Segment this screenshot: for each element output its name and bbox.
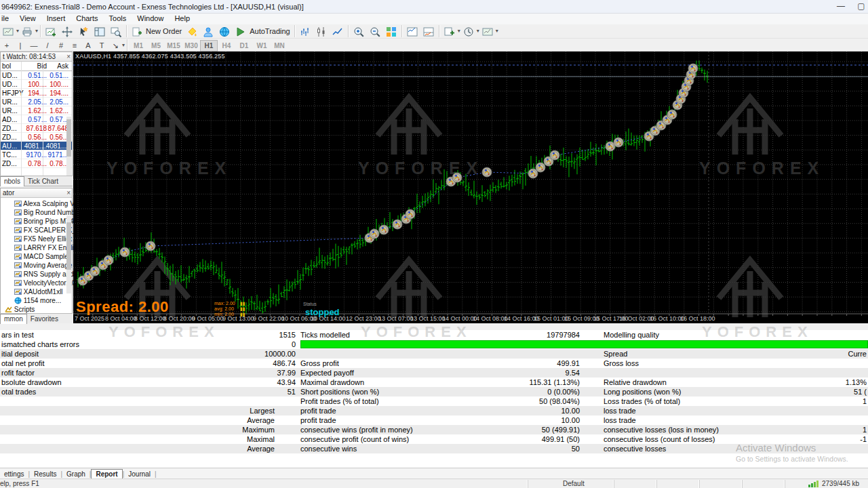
vertical-line-tool[interactable]: | bbox=[14, 40, 26, 52]
trade-marker[interactable] bbox=[104, 256, 113, 265]
navigator-tab-mmon[interactable]: mmon bbox=[0, 314, 27, 324]
period-button[interactable] bbox=[461, 24, 476, 38]
column-ask[interactable]: Ask bbox=[43, 62, 68, 70]
tester-tab-graph[interactable]: Graph bbox=[62, 470, 90, 479]
new-order-button-label[interactable]: New Order bbox=[145, 24, 184, 38]
menu-item-charts[interactable]: Charts bbox=[71, 14, 103, 24]
market-watch-tab-nbols[interactable]: nbols bbox=[0, 176, 24, 186]
status-profile[interactable]: Default bbox=[563, 480, 585, 487]
minimize-button[interactable]: — bbox=[831, 0, 851, 14]
arrows-tool[interactable]: ↘ bbox=[109, 40, 121, 52]
timeframe-h4[interactable]: H4 bbox=[218, 41, 235, 52]
trade-marker[interactable] bbox=[614, 138, 623, 147]
tester-tab-results[interactable]: Results bbox=[30, 470, 60, 479]
timeframe-d1[interactable]: D1 bbox=[235, 41, 253, 52]
add-indicator-button[interactable] bbox=[442, 24, 457, 38]
crosshair-button[interactable] bbox=[60, 24, 75, 38]
trade-marker[interactable] bbox=[370, 229, 379, 239]
styles-button[interactable] bbox=[184, 24, 199, 38]
scrollbar[interactable] bbox=[66, 117, 71, 181]
market-watch-row[interactable]: AD...0.57...0.57... bbox=[1, 115, 72, 124]
print-button-dropdown[interactable]: ▾ bbox=[35, 24, 38, 38]
navigator-item[interactable]: Alexa Scalping V3 bbox=[1, 199, 72, 208]
menu-item-help[interactable]: Help bbox=[169, 14, 195, 24]
menu-item-ile[interactable]: ile bbox=[0, 14, 14, 24]
trade-marker[interactable] bbox=[452, 173, 462, 182]
scrollbar-thumb[interactable] bbox=[66, 119, 71, 157]
trade-marker[interactable] bbox=[482, 167, 492, 177]
candlestick-chart-button[interactable] bbox=[314, 24, 329, 38]
chart-profile-button-dropdown[interactable]: ▾ bbox=[16, 24, 19, 38]
timeframe-m5[interactable]: M5 bbox=[147, 41, 165, 52]
navigator-item[interactable]: LARRY FX English bbox=[1, 243, 72, 252]
navigator-item[interactable]: Boring Pips MT4_ bbox=[1, 217, 72, 226]
scrollbar-thumb[interactable] bbox=[66, 222, 71, 270]
trendline-tool[interactable]: / bbox=[41, 40, 54, 52]
cursor-button[interactable] bbox=[76, 24, 91, 38]
horizontal-line-tool[interactable]: — bbox=[28, 40, 40, 52]
market-watch-row[interactable]: HFJPY194....194.... bbox=[1, 89, 72, 98]
market-watch-row[interactable]: UD...100....100.... bbox=[1, 80, 72, 89]
timeframe-w1[interactable]: W1 bbox=[253, 41, 271, 52]
period-button-dropdown[interactable]: ▾ bbox=[477, 24, 479, 38]
zoom-in-button[interactable] bbox=[351, 24, 366, 38]
channel-tool[interactable]: # bbox=[55, 40, 67, 52]
trade-marker[interactable] bbox=[379, 225, 389, 235]
template-button-dropdown[interactable]: ▾ bbox=[496, 24, 498, 38]
trade-marker[interactable] bbox=[146, 241, 155, 251]
trade-marker[interactable] bbox=[550, 150, 559, 160]
indicator-window-button[interactable] bbox=[405, 24, 420, 38]
autotrading-button-label[interactable]: AutoTrading bbox=[249, 24, 292, 38]
navigator-item[interactable]: Big Round Numb bbox=[1, 208, 72, 217]
news-button[interactable] bbox=[217, 24, 232, 38]
market-watch-row[interactable]: ZD...0.56...0.56... bbox=[1, 133, 72, 142]
print-button[interactable] bbox=[20, 24, 35, 38]
crosshair-tool[interactable]: + bbox=[1, 40, 13, 52]
new-chart-button[interactable] bbox=[43, 24, 58, 38]
navigator-item[interactable]: VelocityVector2.0 bbox=[1, 279, 72, 287]
indicator-window-alt-button[interactable] bbox=[421, 24, 436, 38]
bar-chart-button[interactable] bbox=[298, 24, 313, 38]
trade-marker[interactable] bbox=[688, 64, 698, 73]
market-watch-row[interactable]: AU...4081....4081.... bbox=[1, 142, 72, 150]
scrollbar[interactable] bbox=[66, 216, 71, 293]
navigator-item[interactable]: RNS Supply and D bbox=[1, 270, 72, 279]
navigator-item[interactable]: MACD Sample bbox=[1, 252, 72, 261]
tester-tab-report[interactable]: Report bbox=[91, 469, 122, 479]
timeframe-m1[interactable]: M1 bbox=[130, 41, 147, 52]
tile-windows-button[interactable] bbox=[384, 24, 399, 38]
tester-tab-journal[interactable]: Journal bbox=[124, 470, 155, 479]
menu-item-insert[interactable]: Insert bbox=[41, 14, 71, 24]
timeframe-m15[interactable]: M15 bbox=[165, 41, 182, 52]
navigator-item-more[interactable]: 1154 more... bbox=[1, 296, 72, 305]
trade-marker[interactable] bbox=[90, 266, 100, 276]
menu-item-view[interactable]: View bbox=[14, 14, 41, 24]
market-watch-row[interactable]: ZD...0.78...0.78... bbox=[1, 159, 72, 168]
market-watch-row[interactable]: UR...1.62...1.62... bbox=[1, 106, 72, 115]
zoom-out-button[interactable] bbox=[368, 24, 382, 38]
add-indicator-button-dropdown[interactable]: ▾ bbox=[458, 24, 460, 38]
close-icon[interactable]: × bbox=[66, 52, 71, 61]
chart-window[interactable]: YOFOREXYOFOREXYOFOREX XAUUSD,H1 4357.855… bbox=[73, 52, 868, 323]
market-watch-tab-tick-chart[interactable]: Tick Chart bbox=[24, 177, 62, 187]
market-watch-row[interactable]: UR...2.05...2.05... bbox=[1, 98, 72, 106]
line-chart-button[interactable] bbox=[330, 24, 345, 38]
menu-item-tools[interactable]: Tools bbox=[104, 14, 132, 24]
menu-item-window[interactable]: Window bbox=[132, 14, 169, 24]
maximize-button[interactable]: ▢ bbox=[851, 0, 868, 14]
market-watch-row[interactable]: TC...9170...9171... bbox=[1, 150, 72, 159]
autotrading-button[interactable] bbox=[233, 24, 248, 38]
trade-marker[interactable] bbox=[393, 220, 402, 229]
close-icon[interactable]: × bbox=[66, 188, 71, 197]
column-symbol[interactable]: bol bbox=[2, 62, 11, 70]
trade-marker[interactable] bbox=[536, 163, 545, 172]
navigator-item[interactable]: XAUdotM1xll bbox=[1, 287, 72, 296]
windows-layout-button[interactable] bbox=[92, 24, 107, 38]
text-tool[interactable]: A bbox=[82, 40, 94, 52]
arrows-dropdown[interactable]: ▾ bbox=[122, 39, 125, 52]
timeframe-m30[interactable]: M30 bbox=[182, 41, 200, 52]
data-window-button[interactable] bbox=[108, 24, 123, 38]
new-order-button[interactable] bbox=[130, 24, 144, 38]
chart-profile-button[interactable] bbox=[1, 24, 16, 38]
timeframe-mn[interactable]: MN bbox=[271, 41, 288, 52]
